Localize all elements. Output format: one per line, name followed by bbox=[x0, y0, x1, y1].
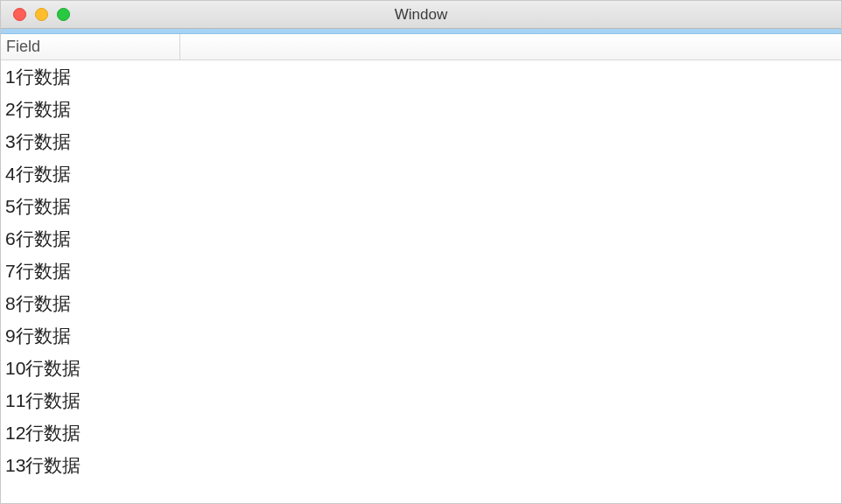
table-row[interactable]: 8行数据 bbox=[1, 287, 841, 319]
table-body: 1行数据 2行数据 3行数据 4行数据 5行数据 6行数据 7行数据 8行数据 … bbox=[1, 60, 841, 481]
app-window: Window Field 1行数据 2行数据 3行数据 4行数据 5行数据 6行… bbox=[0, 0, 842, 504]
table-row[interactable]: 1行数据 bbox=[1, 60, 841, 93]
close-icon[interactable] bbox=[13, 8, 26, 21]
table-row[interactable]: 7行数据 bbox=[1, 255, 841, 287]
cell-label: 7行数据 bbox=[5, 259, 71, 284]
cell-label: 9行数据 bbox=[5, 324, 71, 348]
cell-label: 8行数据 bbox=[5, 291, 71, 316]
column-header-blank[interactable] bbox=[180, 34, 841, 60]
table-row[interactable]: 13行数据 bbox=[1, 449, 841, 481]
table-row[interactable]: 3行数据 bbox=[1, 125, 841, 158]
cell-label: 6行数据 bbox=[5, 227, 71, 251]
table-row[interactable]: 6行数据 bbox=[1, 222, 841, 255]
column-header-label: Field bbox=[6, 38, 40, 56]
cell-label: 13行数据 bbox=[5, 453, 81, 478]
window-title: Window bbox=[1, 6, 841, 24]
cell-label: 1行数据 bbox=[5, 65, 71, 89]
table: Field 1行数据 2行数据 3行数据 4行数据 5行数据 6行数据 7行数据… bbox=[1, 34, 841, 503]
cell-label: 2行数据 bbox=[5, 97, 71, 122]
table-row[interactable]: 11行数据 bbox=[1, 384, 841, 416]
cell-label: 5行数据 bbox=[5, 194, 71, 219]
cell-label: 4行数据 bbox=[5, 162, 71, 186]
cell-label: 11行数据 bbox=[5, 388, 81, 413]
table-row[interactable]: 10行数据 bbox=[1, 352, 841, 384]
table-header: Field bbox=[1, 34, 841, 60]
table-row[interactable]: 12行数据 bbox=[1, 416, 841, 449]
traffic-lights bbox=[1, 8, 70, 21]
table-row[interactable]: 5行数据 bbox=[1, 190, 841, 222]
maximize-icon[interactable] bbox=[57, 8, 70, 21]
table-row[interactable]: 2行数据 bbox=[1, 93, 841, 125]
cell-label: 3行数据 bbox=[5, 130, 71, 154]
titlebar[interactable]: Window bbox=[1, 1, 841, 29]
minimize-icon[interactable] bbox=[35, 8, 48, 21]
cell-label: 12行数据 bbox=[5, 421, 81, 445]
column-header-field[interactable]: Field bbox=[1, 34, 180, 60]
table-row[interactable]: 4行数据 bbox=[1, 158, 841, 190]
table-row[interactable]: 9行数据 bbox=[1, 319, 841, 352]
cell-label: 10行数据 bbox=[5, 356, 81, 381]
